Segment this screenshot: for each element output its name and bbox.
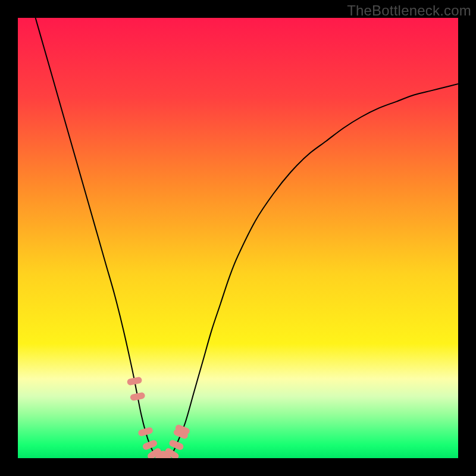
watermark-text: TheBottleneck.com xyxy=(347,2,471,19)
bottleneck-chart xyxy=(18,18,458,458)
notch-marker xyxy=(178,428,186,431)
chart-frame: TheBottleneck.com xyxy=(0,0,476,476)
notch-marker xyxy=(133,396,142,397)
plot-area xyxy=(18,18,458,458)
notch-marker xyxy=(168,452,176,456)
notch-marker xyxy=(130,380,139,382)
notch-marker xyxy=(173,443,180,447)
gradient-background xyxy=(18,18,458,458)
notch-marker xyxy=(146,443,154,446)
notch-marker xyxy=(142,431,149,433)
